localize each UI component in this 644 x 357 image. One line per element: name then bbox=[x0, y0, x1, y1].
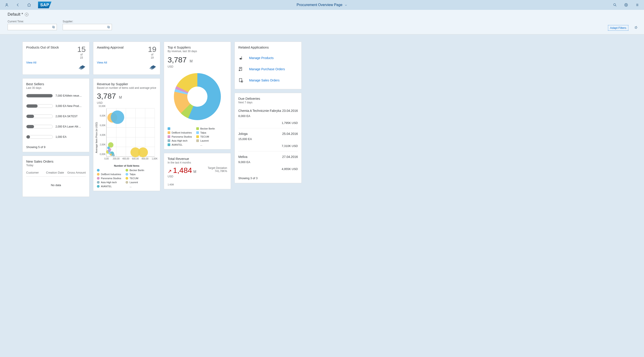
legend-item[interactable]: Panorama Studios bbox=[97, 177, 122, 180]
legend-item[interactable]: Laurent bbox=[126, 181, 150, 184]
bar-label: 3,000 EA New Prod… bbox=[56, 104, 86, 108]
donut-chart bbox=[168, 68, 227, 125]
legend-item[interactable] bbox=[168, 127, 192, 130]
current-time-input[interactable] bbox=[8, 24, 50, 30]
table-nodata: No data bbox=[26, 177, 86, 193]
user-icon[interactable] bbox=[4, 3, 9, 7]
legend-item[interactable]: DelBont Industries bbox=[168, 131, 192, 134]
search-icon[interactable] bbox=[613, 3, 617, 7]
adapt-filters-button[interactable]: Adapt Filters bbox=[608, 25, 628, 31]
card-new-sales-orders[interactable]: New Sales Orders Today Customer Creation… bbox=[22, 156, 90, 197]
legend-item[interactable]: TECUM bbox=[196, 135, 221, 138]
legend-item[interactable]: AVANTEL bbox=[97, 185, 122, 188]
delivery-item[interactable]: Chemia A Technicznie Fabryka23.04.2016 8… bbox=[238, 105, 298, 128]
bubble[interactable] bbox=[138, 147, 148, 157]
value-help-icon[interactable] bbox=[106, 24, 112, 30]
card-total-revenue[interactable]: Total Revenue In the last 4 months ↗1,48… bbox=[164, 153, 231, 189]
legend-item[interactable]: Panorama Studios bbox=[168, 135, 192, 138]
pin-icon[interactable] bbox=[634, 26, 639, 30]
bubble[interactable] bbox=[108, 152, 110, 154]
shell-title-text: Procurement Overview Page bbox=[297, 3, 342, 7]
chart-xlabel: Number of Sold Items bbox=[114, 164, 140, 167]
legend-item[interactable]: ... bbox=[126, 185, 150, 188]
legend-item[interactable]: Asia High tech bbox=[168, 139, 192, 142]
col-gross-amount: Gross Amount bbox=[66, 171, 86, 174]
sales-order-icon bbox=[238, 78, 243, 83]
chart-ylabel: Average Item Price (in USD) bbox=[95, 122, 98, 153]
kpi-number: 15 bbox=[77, 45, 86, 53]
card-subtitle: By revenue, last 30 days bbox=[168, 50, 227, 53]
svg-point-1 bbox=[614, 3, 616, 5]
menu-icon[interactable] bbox=[635, 3, 640, 7]
home-icon[interactable] bbox=[27, 3, 31, 7]
delivery-name: Meliva bbox=[238, 155, 247, 159]
card-revenue-by-supplier[interactable]: Revenue by Supplier Based on number of i… bbox=[93, 78, 160, 191]
legend-item[interactable]: Becker Berlin bbox=[196, 127, 221, 130]
svg-rect-10 bbox=[240, 78, 242, 82]
delivery-date: 25.04.2016 bbox=[282, 132, 298, 136]
stack-icon[interactable] bbox=[78, 64, 86, 71]
target-deviation-value: 741,78K% bbox=[208, 170, 227, 173]
shell-header-right bbox=[613, 3, 640, 7]
card-due-deliveries[interactable]: Due Deliveries Next 7 days Chemia A Tech… bbox=[234, 93, 302, 183]
target-deviation-label: Target Deviation bbox=[208, 166, 227, 170]
card-subtitle: In the last 4 months bbox=[168, 161, 227, 164]
variant-title: Default * bbox=[8, 12, 23, 17]
best-sellers-list: 7,000 EAMein neue… 3,000 EA New Prod… 2,… bbox=[26, 94, 86, 139]
chart-legend: Becker BerlinDelBont IndustriesTalpaPano… bbox=[168, 127, 227, 146]
kpi-number: 1,484 bbox=[173, 166, 192, 174]
view-all-link[interactable]: View All bbox=[97, 61, 124, 64]
view-all-link[interactable]: View All bbox=[26, 61, 59, 64]
kpi-total: 19 bbox=[148, 56, 156, 59]
kpi-unit: M bbox=[193, 170, 196, 174]
copilot-icon[interactable] bbox=[624, 3, 628, 7]
card-title: Revenue by Supplier bbox=[97, 82, 156, 86]
value-help-icon[interactable] bbox=[50, 24, 56, 30]
card-awaiting-approval[interactable]: Awaiting Approval View All 19 of 19 bbox=[93, 42, 160, 75]
kpi-of: of bbox=[148, 53, 156, 56]
legend-item[interactable]: Talpa bbox=[196, 131, 221, 134]
bar-track bbox=[26, 104, 53, 108]
delivery-date: 27.04.2016 bbox=[282, 155, 298, 159]
card-best-sellers[interactable]: Best Sellers Last 30 days 7,000 EAMein n… bbox=[22, 78, 90, 152]
stack-icon[interactable] bbox=[149, 64, 156, 71]
legend-item[interactable]: Becker Berlin bbox=[126, 169, 150, 172]
bubble[interactable] bbox=[112, 154, 115, 156]
card-related-applications: Related Applications Manage Products Man… bbox=[234, 42, 302, 89]
delivery-item[interactable]: Jologa25.04.2016 15,000 EA 7,310K USD bbox=[238, 128, 298, 151]
kpi-number: 3,787 bbox=[168, 55, 186, 64]
col-customer: Customer bbox=[26, 171, 46, 174]
delivery-amt: 4,955K USD bbox=[238, 167, 298, 171]
filter-supplier: Supplier: bbox=[63, 20, 112, 30]
legend-item[interactable]: TECUM bbox=[126, 177, 150, 180]
card-top-suppliers[interactable]: Top 4 Suppliers By revenue, last 30 days… bbox=[164, 42, 231, 149]
link-manage-sales-orders[interactable]: Manage Sales Orders bbox=[238, 75, 298, 86]
legend-item[interactable]: Laurent bbox=[196, 139, 221, 142]
column-2: Awaiting Approval View All 19 of 19 Reve… bbox=[93, 42, 160, 191]
supplier-input[interactable] bbox=[63, 24, 106, 30]
card-products-out-of-stock[interactable]: Products Out of Stock View All 15 of 15 bbox=[22, 42, 90, 75]
bar-row: 1,000 EA bbox=[26, 135, 86, 139]
shell-title-button[interactable]: Procurement Overview Page bbox=[297, 3, 348, 7]
bubble[interactable] bbox=[111, 110, 124, 124]
legend-item[interactable]: Asia High tech bbox=[97, 181, 122, 184]
card-subtitle: Next 7 days bbox=[238, 101, 298, 104]
link-label: Manage Sales Orders bbox=[249, 78, 280, 82]
bubble-chart: Average Item Price (in USD) 0,00K2,00K4,… bbox=[97, 108, 156, 167]
kpi-unit: M bbox=[190, 59, 193, 63]
ovp-scroll[interactable]: Products Out of Stock View All 15 of 15 … bbox=[0, 36, 644, 357]
card-subtitle: Based on number of items sold and averag… bbox=[97, 86, 156, 89]
delivery-item[interactable]: Meliva27.04.2016 9,000 EA 4,955K USD bbox=[238, 151, 298, 174]
legend-item[interactable]: Talpa bbox=[126, 173, 150, 176]
link-manage-purchase-orders[interactable]: Manage Purchase Orders bbox=[238, 63, 298, 75]
back-icon[interactable] bbox=[16, 3, 20, 7]
bubble[interactable] bbox=[107, 146, 110, 149]
link-manage-products[interactable]: Manage Products bbox=[238, 52, 298, 63]
legend-item[interactable]: ... bbox=[196, 143, 221, 146]
variant-selector[interactable]: Default * ▾ bbox=[8, 12, 636, 17]
legend-item[interactable] bbox=[97, 169, 122, 172]
svg-rect-4 bbox=[52, 26, 54, 27]
card-title: Related Applications bbox=[238, 45, 298, 49]
legend-item[interactable]: DelBont Industries bbox=[97, 173, 122, 176]
legend-item[interactable]: AVANTEL bbox=[168, 143, 192, 146]
